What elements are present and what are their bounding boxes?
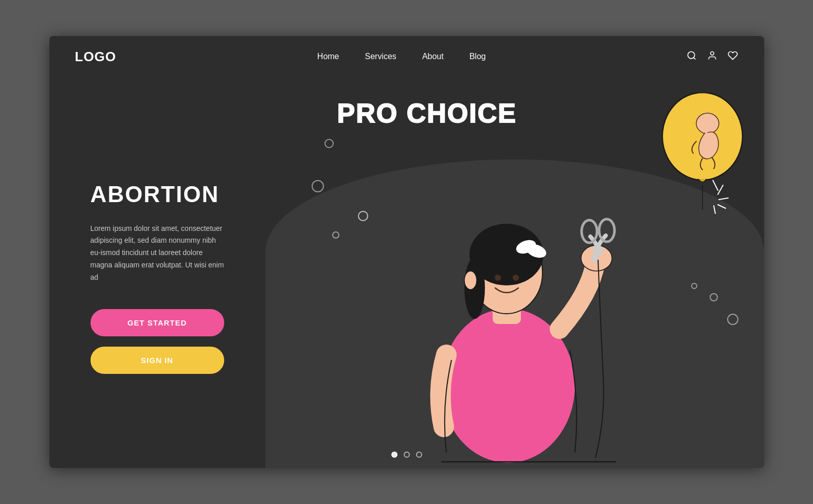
svg-point-2: [711, 51, 714, 55]
deco-circle-1: [324, 139, 334, 148]
heart-icon[interactable]: [728, 50, 738, 63]
deco-circle-2: [312, 180, 324, 192]
deco-circle-3: [332, 231, 339, 239]
dot-2[interactable]: [404, 452, 410, 458]
right-panel: PRO CHOICE: [296, 77, 764, 468]
dot-3[interactable]: [416, 452, 422, 458]
svg-line-22: [713, 180, 718, 190]
sparkle-decoration: [692, 180, 733, 221]
left-panel: ABORTION Lorem ipsum dolor sit amet, con…: [49, 77, 296, 468]
page-title: ABORTION: [91, 182, 270, 207]
woman-illustration: [400, 170, 637, 468]
slide-indicators: [391, 452, 422, 458]
svg-point-10: [527, 245, 535, 254]
svg-line-1: [694, 57, 696, 59]
browser-window: LOGO Home Services About Blog: [49, 36, 764, 468]
pro-choice-heading: PRO CHOICE: [337, 98, 517, 129]
deco-circle-5: [710, 293, 718, 301]
svg-point-0: [688, 51, 695, 58]
get-started-button[interactable]: GET STARTED: [91, 309, 224, 336]
deco-circle-7: [691, 283, 697, 289]
svg-point-21: [696, 113, 719, 134]
nav-about[interactable]: About: [422, 52, 444, 61]
nav-home[interactable]: Home: [317, 52, 339, 61]
navbar: LOGO Home Services About Blog: [49, 36, 764, 77]
user-icon[interactable]: [707, 50, 717, 63]
svg-line-26: [714, 206, 715, 213]
nav-blog[interactable]: Blog: [469, 52, 486, 61]
svg-line-23: [718, 185, 723, 194]
svg-point-13: [464, 271, 477, 290]
deco-circle-4: [358, 211, 368, 221]
dot-1[interactable]: [391, 452, 398, 458]
logo: LOGO: [75, 49, 117, 65]
deco-circle-6: [727, 314, 738, 325]
sign-in-button[interactable]: SIGN IN: [91, 347, 224, 374]
svg-point-16: [582, 220, 597, 243]
search-icon[interactable]: [686, 50, 697, 63]
svg-line-24: [719, 198, 728, 200]
svg-point-17: [599, 219, 615, 242]
hero-description: Lorem ipsum dolor sit amet, consectetuer…: [91, 223, 224, 284]
svg-point-11: [495, 275, 501, 281]
nav-links: Home Services About Blog: [317, 52, 486, 61]
nav-icons: [686, 50, 738, 63]
nav-services[interactable]: Services: [365, 52, 396, 61]
svg-line-25: [718, 205, 726, 208]
svg-point-12: [513, 275, 519, 281]
main-content: ABORTION Lorem ipsum dolor sit amet, con…: [49, 77, 764, 468]
